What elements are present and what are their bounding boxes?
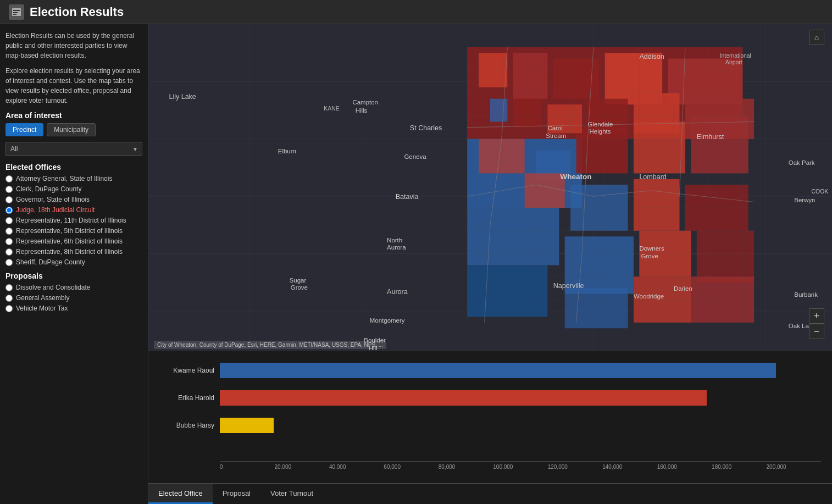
x-tick-10: 200,000	[767, 464, 821, 470]
svg-text:St Charles: St Charles	[410, 124, 442, 132]
svg-rect-40	[490, 99, 507, 122]
svg-text:Elmhurst: Elmhurst	[697, 133, 724, 141]
precinct-button[interactable]: Precinct	[5, 123, 43, 136]
svg-text:Glendale: Glendale	[587, 121, 613, 128]
x-tick-7: 140,000	[602, 464, 657, 470]
svg-text:COOK: COOK	[812, 189, 829, 195]
bottom-tabs: Elected OfficeProposalVoter Turnout	[148, 483, 832, 504]
svg-text:Sugar: Sugar	[290, 277, 307, 284]
proposals-list: Dissolve and Consolidate General Assembl…	[5, 284, 142, 312]
elected-offices-list: Attorney General, State of Illinois Cler…	[5, 175, 142, 266]
x-tick-2: 40,000	[329, 464, 384, 470]
proposals-label: Proposals	[5, 272, 142, 280]
svg-rect-24	[467, 265, 547, 317]
svg-text:KANE: KANE	[324, 106, 339, 112]
chart-canvas: Kwame Raoul Erika Harold Bubbe Harsy	[159, 357, 821, 461]
elected-office-item-8[interactable]: Sheriff, DuPage County	[5, 258, 142, 266]
svg-text:Montgomery: Montgomery	[370, 317, 405, 324]
x-tick-6: 120,000	[548, 464, 602, 470]
bottom-tab-proposal[interactable]: Proposal	[213, 484, 260, 504]
svg-text:Hills: Hills	[356, 107, 368, 114]
bar-row-2: Bubbe Harsy	[159, 412, 821, 439]
svg-text:Carol: Carol	[547, 125, 562, 131]
elected-office-item-6[interactable]: Representative, 6th District of Illinois	[5, 237, 142, 245]
proposal-item-2[interactable]: Vehicle Motor Tax	[5, 304, 142, 312]
svg-text:Elburn: Elburn	[278, 148, 296, 154]
svg-text:Berwyn: Berwyn	[794, 197, 815, 203]
map-zoom-in-button[interactable]: +	[809, 308, 824, 324]
elected-offices-label: Elected Offices	[5, 163, 142, 171]
bar-fill-1	[220, 390, 707, 406]
svg-rect-37	[565, 288, 628, 328]
svg-text:Aurora: Aurora	[387, 288, 408, 296]
elected-office-item-5[interactable]: Representative, 5th District of Illinois	[5, 227, 142, 235]
svg-text:Grove: Grove	[641, 253, 658, 259]
page-title: Election Results	[30, 5, 124, 19]
description-2: Explore election results by selecting yo…	[5, 66, 142, 106]
description-1: Election Results can be used by the gene…	[5, 31, 142, 60]
svg-text:Wheaton: Wheaton	[560, 173, 591, 181]
svg-text:Woodridge: Woodridge	[634, 293, 664, 300]
elected-office-item-0[interactable]: Attorney General, State of Illinois	[5, 175, 142, 182]
svg-rect-3	[13, 14, 16, 15]
bar-fill-0	[220, 363, 776, 378]
bar-row-0: Kwame Raoul	[159, 357, 821, 384]
x-tick-4: 80,000	[439, 464, 493, 470]
right-content: Lily Lake KANE Campton Hills St Charles …	[148, 24, 832, 504]
svg-text:North: North	[387, 237, 402, 243]
svg-text:Campton: Campton	[352, 99, 378, 106]
bar-row-1: Erika Harold	[159, 384, 821, 412]
bottom-tab-voter-turnout[interactable]: Voter Turnout	[260, 484, 323, 504]
svg-rect-18	[513, 53, 548, 99]
svg-text:Airport: Airport	[725, 59, 742, 65]
map-zoom-out-button[interactable]: −	[809, 324, 824, 339]
sidebar: Election Results can be used by the gene…	[0, 24, 148, 504]
x-tick-1: 20,000	[274, 464, 329, 470]
area-dropdown[interactable]: All	[5, 142, 142, 156]
dropdown-wrapper: All ▼	[5, 142, 142, 156]
x-tick-3: 60,000	[384, 464, 438, 470]
svg-text:Naperville: Naperville	[553, 282, 584, 290]
x-axis: 020,00040,00060,00080,000100,000120,0001…	[220, 461, 821, 470]
svg-text:International: International	[720, 53, 751, 59]
map-container[interactable]: Lily Lake KANE Campton Hills St Charles …	[148, 24, 832, 351]
app-icon	[9, 4, 24, 20]
elected-office-item-1[interactable]: Clerk, DuPage County	[5, 185, 142, 193]
bar-label-0: Kwame Raoul	[159, 367, 220, 374]
svg-text:Lily Lake: Lily Lake	[169, 93, 196, 101]
svg-text:Batavia: Batavia	[396, 193, 419, 201]
proposal-item-0[interactable]: Dissolve and Consolidate	[5, 284, 142, 291]
svg-text:Grove: Grove	[291, 284, 308, 291]
svg-rect-32	[634, 179, 680, 231]
proposal-item-1[interactable]: General Assembly	[5, 294, 142, 302]
svg-rect-1	[13, 10, 20, 11]
svg-text:Addison: Addison	[639, 53, 664, 60]
bottom-tab-elected-office[interactable]: Elected Office	[148, 484, 213, 504]
x-tick-9: 180,000	[712, 464, 766, 470]
elected-office-item-4[interactable]: Representative, 11th District of Illinoi…	[5, 217, 142, 224]
main-layout: Election Results can be used by the gene…	[0, 24, 832, 504]
svg-text:Aurora: Aurora	[387, 244, 406, 251]
elected-office-item-2[interactable]: Governor, State of Illinois	[5, 196, 142, 203]
svg-text:Geneva: Geneva	[404, 153, 426, 160]
svg-rect-36	[697, 231, 754, 283]
bar-track-0	[220, 363, 821, 378]
area-of-interest-label: Area of interest	[5, 111, 142, 120]
map-svg: Lily Lake KANE Campton Hills St Charles …	[148, 24, 832, 351]
svg-text:Darien: Darien	[674, 285, 692, 292]
x-tick-8: 160,000	[657, 464, 712, 470]
elected-office-item-7[interactable]: Representative, 8th District of Illinois	[5, 248, 142, 256]
svg-rect-44	[634, 93, 680, 133]
chart-area: Kwame Raoul Erika Harold Bubbe Harsy 020…	[148, 351, 832, 483]
municipality-button[interactable]: Municipality	[47, 123, 96, 136]
bar-track-1	[220, 390, 821, 406]
svg-rect-23	[467, 208, 559, 265]
svg-text:Lombard: Lombard	[639, 173, 666, 181]
area-buttons: Precinct Municipality	[5, 123, 142, 136]
app-header: Election Results	[0, 0, 832, 24]
bar-track-2	[220, 418, 821, 433]
elected-office-item-3[interactable]: Judge, 18th Judicial Circuit	[5, 206, 142, 214]
map-attribution: City of Wheaton, County of DuPage, Esri,…	[154, 341, 386, 349]
map-home-button[interactable]: ⌂	[809, 30, 824, 45]
x-tick-0: 0	[220, 464, 274, 470]
